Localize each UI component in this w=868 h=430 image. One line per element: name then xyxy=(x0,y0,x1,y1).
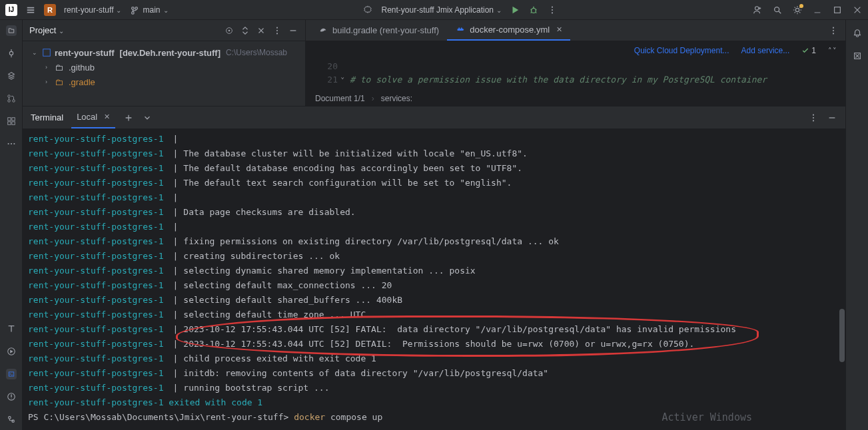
grid-tool-icon[interactable] xyxy=(6,116,17,126)
tree-root[interactable]: ⌄ rent-your-stuff [dev.Deh.rent-your-stu… xyxy=(23,45,305,60)
tab-more-icon[interactable] xyxy=(828,25,839,36)
terminal-output[interactable]: rent-your-stuff-postgres-1|rent-your-stu… xyxy=(23,129,845,430)
svg-point-30 xyxy=(813,114,814,115)
project-tool-icon[interactable] xyxy=(6,25,17,36)
project-tree[interactable]: ⌄ rent-your-stuff [dev.Deh.rent-your-stu… xyxy=(23,41,305,106)
terminal-line: rent-your-stuff-postgres-1|The default d… xyxy=(28,161,840,176)
terminal-tool-icon[interactable] xyxy=(6,369,17,379)
run-icon[interactable] xyxy=(510,5,520,15)
text-tool-icon[interactable] xyxy=(6,323,17,334)
project-dropdown[interactable]: rent-your-stuff xyxy=(64,5,121,15)
inspection-count: 1 xyxy=(811,46,816,55)
svg-rect-14 xyxy=(11,122,14,124)
fold-icon[interactable]: ⌄ xyxy=(341,73,344,80)
tab-docker-compose[interactable]: docker-compose.yml ✕ xyxy=(447,20,570,41)
svg-point-4 xyxy=(755,6,759,9)
tree-root-name: rent-your-stuff xyxy=(55,48,115,58)
nav-arrows-icon[interactable]: ˄ ˅ xyxy=(828,47,836,55)
hamburger-icon[interactable] xyxy=(25,5,36,15)
tab-label: build.gradle (rent-your-stuff) xyxy=(332,25,439,35)
terminal-title: Terminal xyxy=(31,112,63,122)
docker-icon xyxy=(455,25,466,35)
play-circle-icon[interactable] xyxy=(6,346,17,357)
structure-tool-icon[interactable] xyxy=(6,71,17,81)
inspections-widget[interactable]: 1 xyxy=(801,46,816,55)
breadcrumb-item[interactable]: Document 1/1 xyxy=(315,94,365,103)
run-config-dropdown[interactable]: Rent-your-stuff Jmix Application xyxy=(381,5,502,15)
chevron-right-icon[interactable]: › xyxy=(45,64,52,71)
vcs-tool-icon[interactable] xyxy=(6,414,17,425)
more-icon[interactable] xyxy=(547,5,558,15)
search-icon[interactable] xyxy=(772,5,783,15)
code-line: # to solve a permission issue with the d… xyxy=(343,73,845,87)
terminal-line: rent-your-stuff-postgres-1|The database … xyxy=(28,146,840,161)
terminal-line: rent-your-stuff-postgres-1|selecting def… xyxy=(28,278,840,293)
settings-icon[interactable] xyxy=(792,5,803,15)
new-terminal-icon[interactable] xyxy=(123,112,134,123)
project-view-selector[interactable]: Project xyxy=(29,25,64,35)
terminal-line: rent-your-stuff-postgres-1|2023-10-12 17… xyxy=(28,337,840,351)
commit-tool-icon[interactable] xyxy=(6,48,17,59)
svg-rect-19 xyxy=(9,372,14,376)
tree-item-gradle[interactable]: › 🗀 .gradle xyxy=(23,75,305,89)
tab-build-gradle[interactable]: build.gradle (rent-your-stuff) xyxy=(310,20,447,41)
terminal-tool-window: Terminal Local ✕ rent-your-stuff-postgre… xyxy=(23,107,845,430)
svg-rect-26 xyxy=(43,49,51,57)
terminal-line: rent-your-stuff-postgres-1|The default t… xyxy=(28,176,840,190)
debug-icon[interactable] xyxy=(528,5,539,15)
terminal-line: rent-your-stuff-postgres-1|selecting def… xyxy=(28,293,840,308)
line-number: 20 xyxy=(306,60,338,73)
expand-all-icon[interactable] xyxy=(240,25,250,36)
select-opened-icon[interactable] xyxy=(224,25,234,36)
chevron-right-icon[interactable]: › xyxy=(45,79,52,85)
scrollbar-thumb[interactable] xyxy=(839,309,845,362)
terminal-tab-local[interactable]: Local ✕ xyxy=(71,107,115,128)
hide-terminal-icon[interactable] xyxy=(827,112,837,123)
quick-cloud-deploy-link[interactable]: Quick Cloud Deployment... xyxy=(634,46,729,55)
breadcrumb-separator: › xyxy=(372,94,374,103)
svg-point-15 xyxy=(7,143,9,144)
chevron-down-icon[interactable]: ⌄ xyxy=(32,49,39,56)
terminal-line: rent-your-stuff-postgres-1| xyxy=(28,132,840,146)
terminal-line: rent-your-stuff-postgres-1|2023-10-12 17… xyxy=(28,322,840,337)
svg-point-24 xyxy=(276,29,278,31)
svg-rect-12 xyxy=(11,118,14,120)
add-user-icon[interactable] xyxy=(752,5,763,15)
more-tool-icon[interactable] xyxy=(6,138,17,149)
svg-point-31 xyxy=(813,116,814,118)
svg-rect-13 xyxy=(7,122,10,124)
terminal-tab-label: Local xyxy=(77,112,97,122)
svg-point-32 xyxy=(813,120,814,121)
problems-icon[interactable] xyxy=(6,391,17,402)
tree-label: .github xyxy=(69,63,95,73)
tree-item-github[interactable]: › 🗀 .github xyxy=(23,60,305,75)
add-service-link[interactable]: Add service... xyxy=(741,46,790,55)
minimize-icon[interactable] xyxy=(812,5,823,15)
close-tab-icon[interactable]: ✕ xyxy=(556,25,562,34)
svg-point-16 xyxy=(10,143,11,144)
branch-dropdown[interactable]: main xyxy=(143,5,168,15)
terminal-line: rent-your-stuff-postgres-1|child process… xyxy=(28,351,840,366)
collapse-all-icon[interactable] xyxy=(256,25,266,36)
terminal-dropdown-icon[interactable] xyxy=(142,112,153,123)
project-badge: R xyxy=(44,4,56,16)
maximize-icon[interactable] xyxy=(832,5,843,15)
svg-point-8 xyxy=(7,95,10,98)
tool-options-icon[interactable] xyxy=(272,25,282,36)
breadcrumb-item[interactable]: services: xyxy=(381,94,412,103)
editor-gutter: 20 21 ⌄ xyxy=(306,60,343,90)
close-tab-icon[interactable]: ✕ xyxy=(104,112,110,121)
jmix-icon[interactable] xyxy=(852,51,863,61)
notifications-icon[interactable] xyxy=(852,28,863,39)
close-icon[interactable] xyxy=(852,5,863,15)
svg-point-10 xyxy=(12,100,15,103)
module-icon xyxy=(41,47,52,58)
breadcrumb[interactable]: Document 1/1 › services: xyxy=(306,90,845,106)
terminal-line: rent-your-stuff-postgres-1| xyxy=(28,220,840,234)
code-editor[interactable]: 20 21 ⌄ # to solve a permission issue wi… xyxy=(306,60,845,90)
tree-label: .gradle xyxy=(69,77,95,87)
terminal-options-icon[interactable] xyxy=(808,112,819,123)
hide-tool-icon[interactable] xyxy=(288,25,298,36)
pull-requests-icon[interactable] xyxy=(6,93,17,104)
svg-point-0 xyxy=(532,8,536,13)
